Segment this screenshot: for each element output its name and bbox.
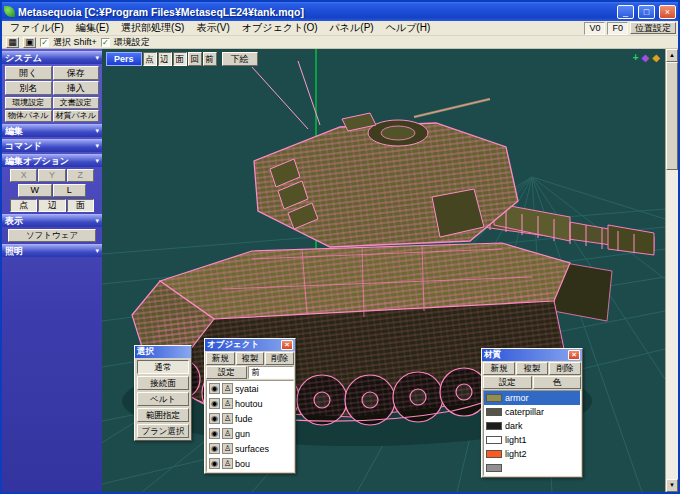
collapse-icon: ▾ (95, 142, 99, 150)
member-icon[interactable]: ♙ (222, 413, 233, 424)
panel-header-display[interactable]: 表示 ▾ (2, 214, 102, 227)
object-list-item[interactable]: ◉ ♙ bou (207, 456, 293, 471)
member-icon[interactable]: ♙ (222, 398, 233, 409)
select-normal-button[interactable]: 通常 (137, 360, 189, 374)
axis-z-toggle[interactable]: Z (67, 169, 94, 182)
object-panel-button[interactable]: 物体パネル (5, 110, 52, 122)
menu-file[interactable]: ファイル(F) (4, 21, 70, 35)
panel-header-system[interactable]: システム ▾ (2, 51, 102, 64)
material-duplicate-button[interactable]: 複製 (516, 362, 548, 375)
vp-front-button[interactable]: 前 (203, 52, 217, 66)
open-button[interactable]: 開く (5, 66, 52, 80)
scroll-up-icon[interactable]: ▲ (666, 49, 678, 62)
rotate-view-icon[interactable]: + (633, 53, 639, 63)
material-swatch (486, 450, 502, 458)
material-delete-button[interactable]: 削除 (549, 362, 581, 375)
scrollbar-thumb[interactable] (666, 62, 678, 170)
vp-vertex-toggle[interactable]: 点 (143, 52, 157, 66)
select-range-button[interactable]: 範囲指定 (137, 408, 189, 422)
zoom-view-icon[interactable]: ◆ (652, 53, 660, 63)
panel-header-edit[interactable]: 編集 ▾ (2, 124, 102, 137)
object-depth-select[interactable]: 前 (248, 366, 295, 379)
underlay-button[interactable]: 下絵 (222, 52, 258, 66)
axis-y-toggle[interactable]: Y (38, 169, 65, 182)
material-list-item[interactable]: light1 (484, 433, 580, 447)
renderer-select[interactable]: ソフトウェア (8, 229, 96, 242)
position-settings-button[interactable]: 位置設定 (630, 22, 676, 34)
member-icon[interactable]: ♙ (222, 428, 233, 439)
close-icon[interactable]: × (568, 350, 580, 360)
material-list-item[interactable]: light2 (484, 447, 580, 461)
member-icon[interactable]: ♙ (222, 383, 233, 394)
env-config-button[interactable]: 環境設定 (5, 97, 52, 109)
close-icon[interactable]: × (281, 340, 293, 350)
toolbar-axis-icon[interactable]: ▣ (23, 37, 36, 48)
object-list-item[interactable]: ◉ ♙ syatai (207, 381, 293, 396)
save-as-button[interactable]: 別名 (5, 81, 52, 95)
doc-config-button[interactable]: 文書設定 (53, 97, 100, 109)
material-panel-button[interactable]: 材質パネル (53, 110, 100, 122)
env-settings-checkbox[interactable]: ✓ (101, 38, 110, 47)
select-plan-button[interactable]: プラン選択 (137, 424, 189, 438)
vertical-scrollbar[interactable]: ▲ ▼ (665, 49, 678, 492)
selection-panel-title[interactable]: 選択 (135, 346, 191, 358)
visibility-icon[interactable]: ◉ (209, 413, 220, 424)
menu-object[interactable]: オブジェクト(O) (236, 21, 324, 35)
visibility-icon[interactable]: ◉ (209, 458, 220, 469)
object-list-item[interactable]: ◉ ♙ surfaces (207, 441, 293, 456)
object-settings-button[interactable]: 設定 (206, 366, 247, 379)
select-mode-checkbox[interactable]: ✓ (40, 38, 49, 47)
material-panel-title[interactable]: 材質 × (482, 349, 582, 361)
menu-selection-process[interactable]: 選択部処理(S) (115, 21, 190, 35)
menu-panel[interactable]: パネル(P) (324, 21, 380, 35)
vertex-toggle[interactable]: 点 (10, 199, 37, 212)
object-panel-title[interactable]: オブジェクト × (205, 339, 295, 351)
member-icon[interactable]: ♙ (222, 458, 233, 469)
visibility-icon[interactable]: ◉ (209, 428, 220, 439)
visibility-icon[interactable]: ◉ (209, 443, 220, 454)
visibility-icon[interactable]: ◉ (209, 383, 220, 394)
material-new-button[interactable]: 新規 (483, 362, 515, 375)
edge-toggle[interactable]: 辺 (38, 199, 65, 212)
menu-help[interactable]: ヘルプ(H) (380, 21, 437, 35)
titlebar[interactable]: Metasequoia [C:¥Program Files¥MetaseqLE2… (2, 2, 678, 21)
material-list-item[interactable]: dark (484, 419, 580, 433)
pan-view-icon[interactable]: ◆ (642, 53, 650, 63)
axis-x-toggle[interactable]: X (10, 169, 37, 182)
insert-button[interactable]: 挿入 (53, 81, 100, 95)
object-list-item[interactable]: ◉ ♙ houtou (207, 396, 293, 411)
material-settings-button[interactable]: 設定 (483, 376, 532, 389)
toolbar-grid-icon[interactable]: ▦ (6, 37, 19, 48)
vp-edge-toggle[interactable]: 辺 (158, 52, 172, 66)
local-coord-toggle[interactable]: L (53, 184, 87, 197)
view-mode-label[interactable]: Pers (106, 52, 142, 66)
select-belt-button[interactable]: ベルト (137, 392, 189, 406)
vp-rotate-button[interactable]: 回 (188, 52, 202, 66)
minimize-button[interactable]: _ (617, 5, 634, 19)
vp-face-toggle[interactable]: 面 (173, 52, 187, 66)
object-delete-button[interactable]: 削除 (265, 352, 294, 365)
object-list-item[interactable]: ◉ ♙ fude (207, 411, 293, 426)
panel-header-edit-options[interactable]: 編集オプション ▾ (2, 154, 102, 167)
object-list-item[interactable]: ◉ ♙ gun (207, 426, 293, 441)
maximize-button[interactable]: □ (638, 5, 655, 19)
object-duplicate-button[interactable]: 複製 (236, 352, 265, 365)
object-new-button[interactable]: 新規 (206, 352, 235, 365)
face-toggle[interactable]: 面 (67, 199, 94, 212)
menu-edit[interactable]: 編集(E) (70, 21, 115, 35)
panel-header-lighting[interactable]: 照明 ▾ (2, 244, 102, 257)
scrollbar-track[interactable] (666, 62, 678, 479)
material-list-item[interactable]: armor (484, 391, 580, 405)
scroll-down-icon[interactable]: ▼ (666, 479, 678, 492)
visibility-icon[interactable]: ◉ (209, 398, 220, 409)
close-button[interactable]: × (659, 5, 676, 19)
material-list-item[interactable] (484, 461, 580, 475)
material-list-item[interactable]: caterpillar (484, 405, 580, 419)
panel-header-command[interactable]: コマンド ▾ (2, 139, 102, 152)
world-coord-toggle[interactable]: W (18, 184, 52, 197)
member-icon[interactable]: ♙ (222, 443, 233, 454)
select-connected-button[interactable]: 接続面 (137, 376, 189, 390)
save-button[interactable]: 保存 (53, 66, 100, 80)
material-color-button[interactable]: 色 (533, 376, 582, 389)
menu-view[interactable]: 表示(V) (190, 21, 235, 35)
